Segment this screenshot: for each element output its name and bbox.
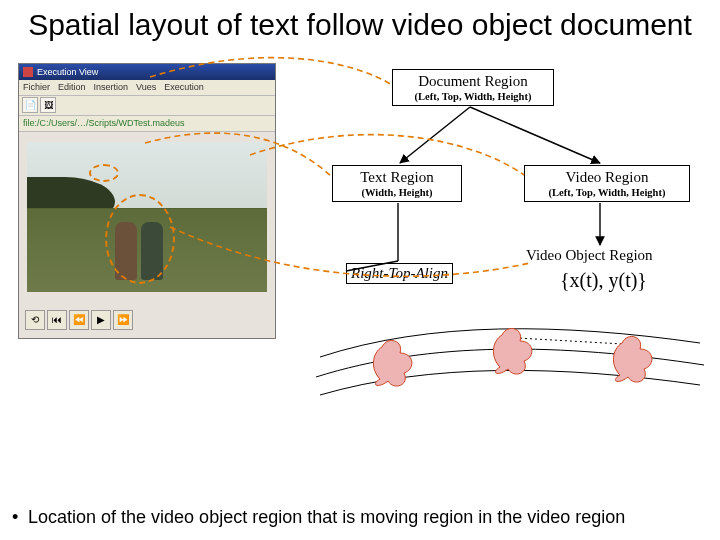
text-region-box: Text Region (Width, Height) <box>332 165 462 202</box>
diagram-canvas: Execution View Fichier Edition Insertion… <box>0 47 720 487</box>
menu-item[interactable]: Fichier <box>23 82 50 92</box>
video-object-coords: {x(t), y(t)} <box>560 269 647 292</box>
menu-bar[interactable]: Fichier Edition Insertion Vues Execution <box>19 80 275 96</box>
moving-shape <box>493 328 531 374</box>
playback-controls: ⟲ ⏮ ⏪ ▶ ⏩ <box>25 310 133 332</box>
svg-line-0 <box>400 107 470 163</box>
document-region-box: Document Region (Left, Top, Width, Heigh… <box>392 69 554 106</box>
slide-title: Spatial layout of text follow video obje… <box>0 0 720 47</box>
toolbar-button[interactable]: 📄 <box>22 97 38 113</box>
back-button[interactable]: ⏪ <box>69 310 89 330</box>
window-titlebar: Execution View <box>19 64 275 80</box>
path-text: file:/C:/Users/…/Scripts/WDTest.madeus <box>23 118 185 128</box>
box-title: Document Region <box>399 73 547 90</box>
svg-line-1 <box>470 107 600 163</box>
rewind-button[interactable]: ⟲ <box>25 310 45 330</box>
box-title: Text Region <box>339 169 455 186</box>
path-bar: file:/C:/Users/…/Scripts/WDTest.madeus <box>19 116 275 132</box>
menu-item[interactable]: Edition <box>58 82 86 92</box>
box-sub: (Left, Top, Width, Height) <box>399 91 547 102</box>
bullet-text: Location of the video object region that… <box>28 506 692 529</box>
fwd-button[interactable]: ⏩ <box>113 310 133 330</box>
toolbar: 📄 🖼 <box>19 96 275 116</box>
tracked-object-oval <box>105 194 175 284</box>
svg-line-5 <box>500 337 640 345</box>
toolbar-button[interactable]: 🖼 <box>40 97 56 113</box>
video-object-region-label: Video Object Region <box>526 247 653 264</box>
text-region-oval <box>89 164 119 182</box>
app-icon <box>23 67 33 77</box>
video-frame <box>27 142 267 292</box>
video-region-box: Video Region (Left, Top, Width, Height) <box>524 165 690 202</box>
prev-button[interactable]: ⏮ <box>47 310 67 330</box>
menu-item[interactable]: Execution <box>164 82 204 92</box>
moving-shape <box>613 336 651 382</box>
box-sub: (Left, Top, Width, Height) <box>531 187 683 198</box>
box-sub: (Width, Height) <box>339 187 455 198</box>
play-button[interactable]: ▶ <box>91 310 111 330</box>
app-window: Execution View Fichier Edition Insertion… <box>18 63 276 339</box>
align-label: Right-Top-Align <box>346 263 453 284</box>
box-title: Video Region <box>531 169 683 186</box>
window-title: Execution View <box>37 67 98 77</box>
menu-item[interactable]: Insertion <box>94 82 129 92</box>
menu-item[interactable]: Vues <box>136 82 156 92</box>
moving-shape <box>373 340 411 386</box>
